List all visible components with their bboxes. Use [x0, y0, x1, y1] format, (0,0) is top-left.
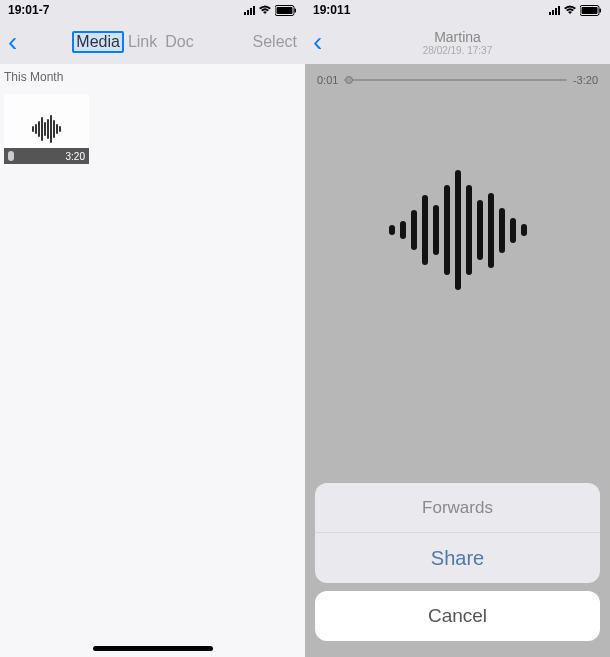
svg-rect-1 — [277, 7, 293, 14]
battery-icon — [275, 5, 297, 16]
thumbnail-footer: 3:20 — [4, 148, 89, 164]
cellular-signal-icon — [244, 6, 255, 15]
nav-bar: ‹ Martina 28/02/19. 17:37 — [305, 20, 610, 64]
segmented-tabs: Media Link Doc — [72, 31, 197, 53]
waveform-icon — [32, 115, 61, 143]
wifi-icon — [258, 5, 272, 15]
message-date: 28/02/19. 17:37 — [305, 45, 610, 56]
media-gallery-screen: 19:01-7 ‹ Media Link Doc Select This Mon… — [0, 0, 305, 657]
svg-rect-5 — [600, 8, 602, 12]
wifi-icon — [563, 5, 577, 15]
audio-thumbnail[interactable]: 3:20 — [4, 94, 89, 164]
media-grid: 3:20 — [0, 90, 305, 168]
tab-link[interactable]: Link — [124, 31, 161, 53]
action-sheet-group: Forwards Share — [315, 483, 600, 583]
tab-media[interactable]: Media — [72, 31, 124, 53]
battery-icon — [580, 5, 602, 16]
status-bar: 19:01-7 — [0, 0, 305, 20]
status-indicators — [549, 5, 602, 16]
select-button[interactable]: Select — [253, 33, 297, 51]
audio-duration: 3:20 — [66, 151, 85, 162]
status-indicators — [244, 5, 297, 16]
action-sheet: Forwards Share Cancel — [315, 483, 600, 641]
svg-rect-2 — [295, 8, 297, 12]
svg-rect-4 — [582, 7, 598, 14]
cancel-action[interactable]: Cancel — [315, 591, 600, 641]
section-header: This Month — [0, 64, 305, 90]
status-time: 19:01-7 — [8, 3, 49, 17]
back-button[interactable]: ‹ — [313, 28, 322, 56]
share-action[interactable]: Share — [315, 533, 600, 583]
tab-doc[interactable]: Doc — [161, 31, 197, 53]
audio-player-screen: 19:011 ‹ Martina 28/02/19. 17:37 0:01 — [305, 0, 610, 657]
status-time: 19:011 — [313, 3, 350, 17]
home-indicator[interactable] — [93, 646, 213, 651]
forward-action[interactable]: Forwards — [315, 483, 600, 533]
contact-name: Martina — [305, 29, 610, 45]
status-bar: 19:011 — [305, 0, 610, 20]
nav-bar: ‹ Media Link Doc Select — [0, 20, 305, 64]
back-button[interactable]: ‹ — [8, 28, 17, 56]
cellular-signal-icon — [549, 6, 560, 15]
microphone-icon — [8, 151, 14, 161]
